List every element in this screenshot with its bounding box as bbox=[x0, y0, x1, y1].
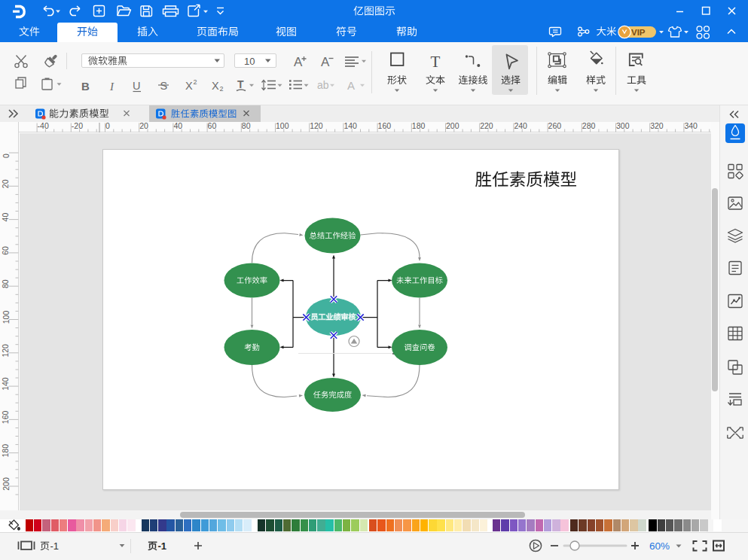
svg-text:60: 60 bbox=[2, 246, 11, 255]
svg-text:20: 20 bbox=[139, 121, 148, 130]
svg-text:40: 40 bbox=[2, 213, 11, 222]
svg-text:-1: -1 bbox=[50, 540, 60, 552]
svg-text:120: 120 bbox=[310, 121, 323, 130]
svg-text:A: A bbox=[321, 55, 330, 69]
svg-text:80: 80 bbox=[242, 121, 251, 130]
svg-text:260: 260 bbox=[548, 121, 562, 130]
svg-text:VIP: VIP bbox=[631, 28, 646, 37]
svg-text:80: 80 bbox=[2, 279, 11, 288]
svg-text:320: 320 bbox=[650, 121, 664, 130]
svg-text:X: X bbox=[212, 80, 219, 92]
svg-text:60: 60 bbox=[208, 121, 217, 130]
svg-text:220: 220 bbox=[480, 121, 493, 130]
svg-text:200: 200 bbox=[446, 121, 459, 130]
svg-text:I: I bbox=[109, 81, 114, 93]
svg-text:U: U bbox=[133, 80, 140, 92]
svg-text:T: T bbox=[431, 53, 441, 71]
svg-text:0: 0 bbox=[105, 121, 110, 130]
svg-text:-40: -40 bbox=[38, 121, 49, 130]
svg-text:40: 40 bbox=[173, 121, 182, 130]
svg-text:X: X bbox=[185, 80, 193, 92]
svg-text:A: A bbox=[347, 79, 355, 92]
svg-text:T: T bbox=[237, 78, 244, 90]
svg-text:180: 180 bbox=[412, 121, 426, 130]
svg-text:300: 300 bbox=[616, 121, 630, 130]
svg-text:100: 100 bbox=[276, 121, 289, 130]
svg-text:160: 160 bbox=[378, 121, 392, 130]
svg-text:S: S bbox=[160, 80, 168, 92]
svg-text:20: 20 bbox=[2, 179, 11, 188]
svg-text:2: 2 bbox=[220, 85, 224, 93]
svg-text:140: 140 bbox=[1, 377, 10, 391]
svg-text:B: B bbox=[81, 80, 90, 93]
svg-text:180: 180 bbox=[2, 444, 11, 458]
svg-text:140: 140 bbox=[343, 121, 357, 130]
svg-text:-20: -20 bbox=[72, 121, 83, 130]
svg-text:10: 10 bbox=[244, 56, 255, 67]
svg-text:ab: ab bbox=[317, 79, 329, 91]
svg-text:340: 340 bbox=[684, 121, 698, 130]
svg-text:0: 0 bbox=[2, 154, 11, 158]
svg-text:240: 240 bbox=[514, 121, 527, 130]
svg-text:100: 100 bbox=[2, 311, 11, 324]
svg-text:120: 120 bbox=[2, 344, 11, 358]
svg-text:160: 160 bbox=[2, 410, 11, 424]
svg-text:280: 280 bbox=[582, 121, 596, 130]
svg-text:2: 2 bbox=[194, 78, 197, 86]
svg-text:60%: 60% bbox=[649, 540, 670, 552]
svg-text:A: A bbox=[294, 55, 303, 69]
svg-text:200: 200 bbox=[2, 477, 11, 491]
svg-text:-1: -1 bbox=[158, 540, 167, 552]
